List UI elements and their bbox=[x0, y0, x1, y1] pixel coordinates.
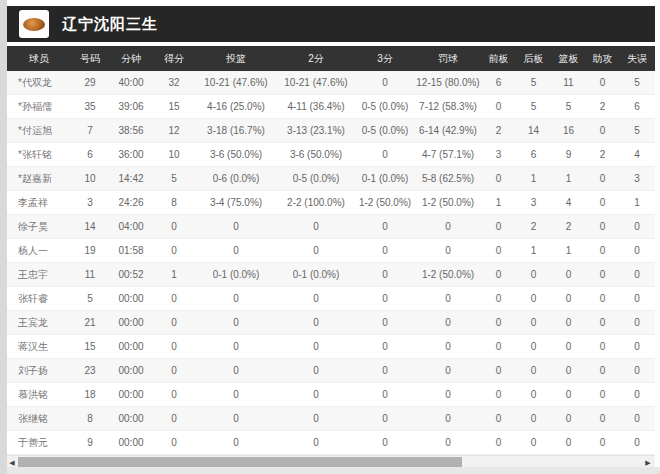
stat-cell-3pt: 0 bbox=[355, 215, 415, 239]
stat-cell-3pt: 0 bbox=[355, 239, 415, 263]
stat-cell-ft: 1-2 (50.0%) bbox=[415, 263, 481, 287]
player-name: *孙福儒 bbox=[7, 95, 71, 119]
stat-cell-turnovers: 4 bbox=[619, 143, 655, 167]
stat-cell-fg: 0 bbox=[195, 407, 277, 431]
stat-cell-3pt: 0 bbox=[355, 383, 415, 407]
table-row: *张轩铭636:00103-6 (50.0%)3-6 (50.0%)04-7 (… bbox=[7, 143, 655, 167]
stat-cell-off-rebounds: 0 bbox=[481, 167, 516, 191]
column-header-turnovers: 失误 bbox=[619, 46, 655, 71]
stat-cell-points: 12 bbox=[153, 119, 195, 143]
stat-cell-minutes: 39:06 bbox=[109, 95, 153, 119]
stat-cell-off-rebounds: 0 bbox=[481, 383, 516, 407]
stat-cell-fg: 3-6 (50.0%) bbox=[195, 143, 277, 167]
stat-cell-turnovers: 0 bbox=[619, 359, 655, 383]
stat-cell-number: 35 bbox=[71, 95, 109, 119]
stat-cell-def-rebounds: 0 bbox=[516, 311, 551, 335]
stat-cell-minutes: 00:00 bbox=[109, 287, 153, 311]
stat-cell-minutes: 00:00 bbox=[109, 407, 153, 431]
stat-cell-ft: 0 bbox=[415, 335, 481, 359]
stat-cell-turnovers: 3 bbox=[619, 167, 655, 191]
stat-cell-minutes: 00:00 bbox=[109, 311, 153, 335]
stat-cell-number: 11 bbox=[71, 263, 109, 287]
stats-panel: 辽宁沈阳三生 球员号码分钟得分投篮2分3分罚球前板后板篮板助攻失误 *代双龙29… bbox=[7, 0, 655, 474]
table-row: *孙福儒3539:06154-16 (25.0%)4-11 (36.4%)0-5… bbox=[7, 95, 655, 119]
stat-cell-2pt: 4-11 (36.4%) bbox=[277, 95, 355, 119]
column-header-fg: 投篮 bbox=[195, 46, 277, 71]
stat-cell-rebounds: 0 bbox=[551, 383, 586, 407]
stat-cell-2pt: 2-2 (100.0%) bbox=[277, 191, 355, 215]
stat-cell-points: 15 bbox=[153, 95, 195, 119]
stat-cell-off-rebounds: 0 bbox=[481, 407, 516, 431]
stat-cell-def-rebounds: 2 bbox=[516, 215, 551, 239]
table-row: 蒋汉生1500:000000000000 bbox=[7, 335, 655, 359]
stat-cell-minutes: 40:00 bbox=[109, 71, 153, 95]
stat-cell-number: 5 bbox=[71, 287, 109, 311]
stat-cell-assists: 0 bbox=[586, 263, 619, 287]
stat-cell-minutes: 00:00 bbox=[109, 383, 153, 407]
column-header-3pt: 3分 bbox=[355, 46, 415, 71]
stat-cell-off-rebounds: 0 bbox=[481, 239, 516, 263]
stat-cell-ft: 4-7 (57.1%) bbox=[415, 143, 481, 167]
stat-cell-fg: 0-6 (0.0%) bbox=[195, 167, 277, 191]
stat-cell-points: 8 bbox=[153, 191, 195, 215]
stat-cell-fg: 0-1 (0.0%) bbox=[195, 263, 277, 287]
stat-cell-turnovers: 0 bbox=[619, 407, 655, 431]
stat-cell-ft: 0 bbox=[415, 431, 481, 455]
stat-cell-ft: 0 bbox=[415, 239, 481, 263]
stat-cell-ft: 0 bbox=[415, 215, 481, 239]
stat-cell-minutes: 00:00 bbox=[109, 431, 153, 455]
stat-cell-2pt: 3-13 (23.1%) bbox=[277, 119, 355, 143]
stat-cell-2pt: 0 bbox=[277, 239, 355, 263]
column-header-off-rebounds: 前板 bbox=[481, 46, 516, 71]
column-header-rebounds: 篮板 bbox=[551, 46, 586, 71]
stat-cell-ft: 0 bbox=[415, 287, 481, 311]
stat-cell-points: 0 bbox=[153, 359, 195, 383]
stat-cell-def-rebounds: 1 bbox=[516, 239, 551, 263]
stat-cell-assists: 0 bbox=[586, 71, 619, 95]
stat-cell-fg: 0 bbox=[195, 311, 277, 335]
stat-cell-2pt: 0 bbox=[277, 359, 355, 383]
stat-cell-assists: 0 bbox=[586, 407, 619, 431]
stat-cell-number: 21 bbox=[71, 311, 109, 335]
stat-cell-ft: 0 bbox=[415, 359, 481, 383]
stat-cell-2pt: 0 bbox=[277, 287, 355, 311]
stat-cell-points: 0 bbox=[153, 335, 195, 359]
stat-cell-assists: 0 bbox=[586, 359, 619, 383]
stat-cell-rebounds: 5 bbox=[551, 95, 586, 119]
stat-cell-def-rebounds: 5 bbox=[516, 95, 551, 119]
table-row: *代双龙2940:003210-21 (47.6%)10-21 (47.6%)0… bbox=[7, 71, 655, 95]
player-name: 蒋汉生 bbox=[7, 335, 71, 359]
player-name: *张轩铭 bbox=[7, 143, 71, 167]
stat-cell-turnovers: 6 bbox=[619, 95, 655, 119]
stat-cell-off-rebounds: 0 bbox=[481, 311, 516, 335]
player-name: 王忠宇 bbox=[7, 263, 71, 287]
stat-cell-assists: 0 bbox=[586, 335, 619, 359]
stat-cell-fg: 0 bbox=[195, 383, 277, 407]
stat-cell-minutes: 00:00 bbox=[109, 335, 153, 359]
stat-cell-rebounds: 0 bbox=[551, 335, 586, 359]
stat-cell-def-rebounds: 5 bbox=[516, 71, 551, 95]
stat-cell-ft: 12-15 (80.0%) bbox=[415, 71, 481, 95]
table-row: 于善元900:000000000000 bbox=[7, 431, 655, 455]
stat-cell-minutes: 04:00 bbox=[109, 215, 153, 239]
stat-cell-rebounds: 11 bbox=[551, 71, 586, 95]
stat-cell-assists: 0 bbox=[586, 215, 619, 239]
stat-cell-off-rebounds: 0 bbox=[481, 287, 516, 311]
column-header-points: 得分 bbox=[153, 46, 195, 71]
stat-cell-2pt: 0 bbox=[277, 335, 355, 359]
stat-cell-3pt: 0 bbox=[355, 311, 415, 335]
stat-cell-assists: 2 bbox=[586, 143, 619, 167]
stat-cell-rebounds: 0 bbox=[551, 311, 586, 335]
player-name: 刘子扬 bbox=[7, 359, 71, 383]
table-row: 李孟祥324:2683-4 (75.0%)2-2 (100.0%)1-2 (50… bbox=[7, 191, 655, 215]
stat-cell-fg: 0 bbox=[195, 359, 277, 383]
stat-cell-rebounds: 1 bbox=[551, 167, 586, 191]
stat-cell-minutes: 00:52 bbox=[109, 263, 153, 287]
header-row: 球员号码分钟得分投篮2分3分罚球前板后板篮板助攻失误 bbox=[7, 46, 655, 71]
team-logo-icon bbox=[19, 10, 49, 38]
stat-cell-assists: 0 bbox=[586, 383, 619, 407]
stat-cell-points: 0 bbox=[153, 311, 195, 335]
stat-cell-fg: 0 bbox=[195, 431, 277, 455]
stat-cell-off-rebounds: 6 bbox=[481, 71, 516, 95]
player-name: 张轩睿 bbox=[7, 287, 71, 311]
